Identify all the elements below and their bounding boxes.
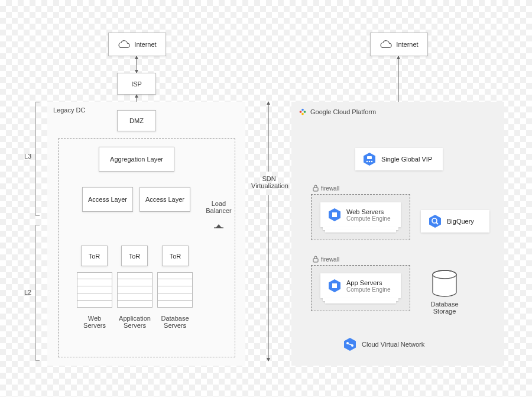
dmz-box: DMZ [117,110,156,131]
tor3-label: ToR [170,253,181,260]
svg-rect-29 [313,259,318,262]
app-servers-title: App Servers [346,279,382,286]
l2-bracket [35,225,36,361]
vip-label: Single Global VIP [381,156,432,163]
svg-point-20 [301,113,304,115]
gcp-logo-icon [299,108,307,116]
firewall-2-header: firewall [313,256,339,263]
svg-point-24 [369,161,371,163]
tor1-label: ToR [89,253,100,260]
app-servers-gcp-stack: App Servers Compute Engine [320,273,401,304]
svg-point-18 [301,109,304,111]
web-servers-gcp-stack: Web Servers Compute Engine [320,202,401,233]
db-servers-label: Database Servers [157,315,193,329]
internet-label: Internet [134,41,156,48]
app-servers-sub: Compute Engine [346,286,391,293]
svg-point-17 [300,111,302,113]
lock-icon [313,185,319,192]
legacy-dc-label: Legacy DC [53,106,85,114]
database-icon [430,270,459,298]
cloud-icon [379,40,392,49]
internet-box-right: Internet [370,33,428,56]
compute-engine-hex-icon [327,208,342,222]
dmz-label: DMZ [129,117,144,124]
tor-2: ToR [121,246,148,266]
db-servers-stack [157,272,193,308]
app-servers-label: Application Servers [117,315,153,329]
cloud-virtual-network: Cloud Virtual Network [343,337,424,351]
svg-point-25 [371,161,373,163]
gcp-label: Google Cloud Platform [310,108,376,115]
l3-label: L3 [24,153,31,160]
db-storage-label: Database Storage [427,301,462,315]
aggregation-box: Aggregation Layer [99,147,174,172]
internet-box-left: Internet [108,33,166,56]
firewall1-label: firewall [321,185,339,192]
tor-3: ToR [162,246,189,266]
bigquery-hex-icon [428,214,442,228]
svg-rect-28 [332,212,337,217]
tor2-label: ToR [129,253,141,260]
access-layer-1: Access Layer [82,187,133,212]
svg-point-23 [366,161,368,163]
cvn-label: Cloud Virtual Network [362,341,424,348]
firewall-1-header: firewall [313,185,339,192]
load-balancer-icon [213,222,224,228]
web-servers-label: Web Servers [77,315,112,329]
access1-label: Access Layer [88,196,127,203]
lock-icon [313,256,319,263]
svg-rect-26 [313,188,318,191]
aggregation-label: Aggregation Layer [110,156,163,163]
isp-label: ISP [131,80,142,88]
svg-rect-31 [332,283,337,288]
access2-label: Access Layer [145,196,184,203]
l3-bracket [35,102,36,216]
web-servers-title: Web Servers [346,208,384,215]
db-storage-group: Database Storage [427,270,462,315]
svg-marker-32 [429,215,441,228]
firewall2-label: firewall [321,256,339,263]
load-balancer-hex-icon [362,152,377,166]
isp-box: ISP [117,73,156,95]
internet-right-label: Internet [396,41,418,48]
bigquery-box: BigQuery [421,210,489,233]
tor-1: ToR [81,246,108,266]
bigquery-label: BigQuery [447,218,474,225]
load-balancer-label: Load Balancer [201,200,236,214]
load-balancer-group: Load Balancer [201,193,236,230]
cloud-icon [118,40,131,49]
app-servers-stack [117,272,153,308]
sdn-label: SDN Virtualization [251,175,287,189]
single-global-vip: Single Global VIP [355,148,443,170]
l2-label: L2 [24,289,31,296]
gcp-header: Google Cloud Platform [299,108,376,116]
web-servers-stack [77,272,112,308]
access-layer-2: Access Layer [140,187,190,212]
vpc-hex-icon [343,337,357,351]
svg-point-19 [304,111,306,113]
web-servers-sub: Compute Engine [346,215,391,222]
svg-rect-22 [367,156,372,159]
compute-engine-hex-icon [327,279,342,293]
